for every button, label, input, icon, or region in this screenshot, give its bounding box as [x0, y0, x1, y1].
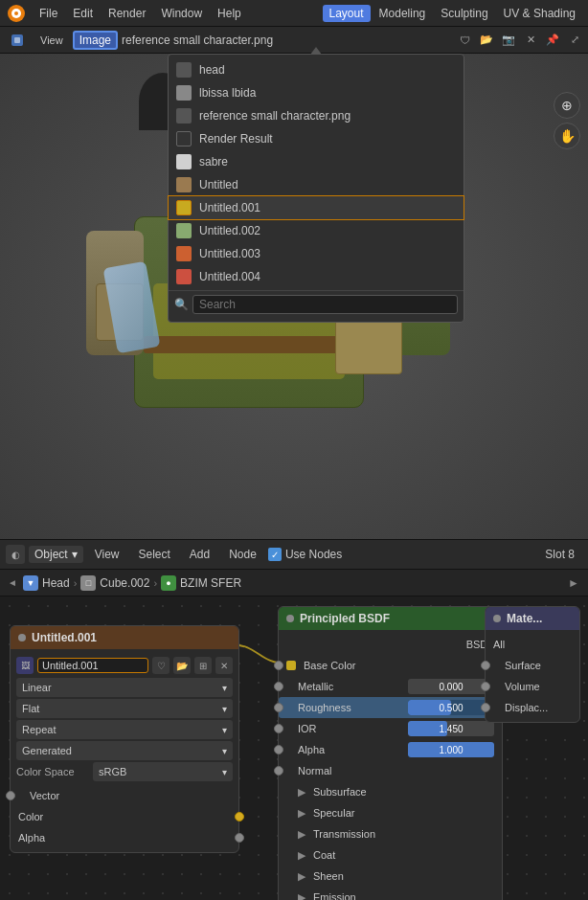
material-surface-row: Surface [486, 655, 579, 676]
bsdf-roughness-value-bar[interactable]: 0.500 [408, 700, 494, 715]
bsdf-coat-row[interactable]: ▶ Coat [279, 844, 502, 866]
node-view-btn[interactable]: View [87, 546, 127, 563]
texture-vector-row: Vector [11, 785, 238, 806]
bsdf-sheen-label: Sheen [313, 870, 494, 882]
dropdown-item-untitled002[interactable]: Untitled.002 [169, 219, 464, 242]
use-nodes-checkbox[interactable]: ✓ Use Nodes [268, 548, 342, 561]
texture-interpolation-label: Linear [22, 682, 52, 693]
slot-label: Slot 8 [537, 546, 582, 563]
bsdf-base-color-label: Base Color [304, 660, 494, 671]
node-select-btn[interactable]: Select [130, 546, 177, 563]
close-icon[interactable]: ✕ [521, 31, 540, 50]
node-canvas[interactable]: Untitled.001 🖼 Untitled.001 ♡ 📂 ⊞ ✕ Line… [0, 596, 588, 900]
dropdown-item-untitled003[interactable]: Untitled.003 [169, 242, 464, 265]
subsurface-expand-icon: ▶ [298, 786, 305, 799]
specular-expand-icon: ▶ [298, 807, 305, 820]
breadcrumb-arrow2: › [153, 577, 157, 589]
pan-nav-btn[interactable]: ✋ [554, 123, 580, 149]
texture-source-label: Generated [22, 745, 72, 756]
open-icon[interactable]: 📂 [477, 31, 496, 50]
dropdown-item-untitled004[interactable]: Untitled.004 [169, 265, 464, 288]
source-chevron: ▾ [222, 746, 227, 756]
search-icon: 🔍 [174, 298, 189, 311]
menu-help[interactable]: Help [211, 5, 248, 22]
dropdown-item-untitled001[interactable]: Untitled.001 [169, 196, 464, 219]
svg-point-2 [14, 11, 18, 15]
material-all-row: All [486, 634, 579, 655]
bsdf-subsurface-row[interactable]: ▶ Subsurface [279, 781, 502, 802]
bsdf-sheen-row[interactable]: ▶ Sheen [279, 866, 502, 887]
dropdown-item-render[interactable]: Render Result [169, 127, 464, 150]
menu-window[interactable]: Window [154, 5, 209, 22]
bsdf-transmission-row[interactable]: ▶ Transmission [279, 823, 502, 844]
bsdf-ior-value-bar[interactable]: 1.450 [408, 721, 494, 736]
viewport-icons: 🛡 📂 📷 ✕ 📌 ⤢ [455, 31, 584, 50]
material-node-dot [493, 615, 501, 622]
material-surface-socket [481, 661, 490, 670]
zoom-nav-btn[interactable]: ⊕ [554, 92, 580, 119]
tab-layout[interactable]: Layout [323, 5, 371, 22]
viewport-editor-icon[interactable] [4, 31, 31, 50]
material-displace-row: Displac... [486, 697, 579, 718]
texture-interpolation-dropdown[interactable]: Linear ▾ [16, 678, 233, 697]
color-space-value: sRGB [99, 766, 126, 777]
pin-icon[interactable]: 📌 [543, 31, 562, 50]
object-label: Object [34, 548, 68, 561]
viewport-view-btn[interactable]: View [34, 33, 69, 48]
color-space-label: Color Space [16, 766, 93, 777]
bsdf-specular-label: Specular [313, 807, 494, 819]
texture-unlink-btn[interactable]: ✕ [215, 657, 233, 674]
texture-filename[interactable]: Untitled.001 [37, 658, 148, 673]
object-dropdown[interactable]: Object ▾ [29, 546, 83, 563]
tab-modeling[interactable]: Modeling [373, 5, 433, 22]
bsdf-specular-row[interactable]: ▶ Specular [279, 802, 502, 823]
texture-source-dropdown[interactable]: Generated ▾ [16, 741, 233, 760]
tab-uv-shading[interactable]: UV & Shading [497, 5, 582, 22]
collapse-icon[interactable]: ◄ [6, 576, 19, 590]
color-space-dropdown[interactable]: sRGB ▾ [93, 762, 233, 781]
bsdf-emission-row[interactable]: ▶ Emission [279, 887, 502, 900]
viewport-image-btn[interactable]: Image [73, 31, 118, 50]
texture-node-dot [18, 634, 26, 641]
expand-right-icon[interactable]: ► [565, 574, 582, 592]
dropdown-item-untitled[interactable]: Untitled [169, 173, 464, 196]
texture-projection-dropdown[interactable]: Flat ▾ [16, 699, 233, 718]
bsdf-alpha-value: 1.000 [412, 745, 490, 755]
bsdf-normal-socket [274, 766, 283, 776]
texture-extension-dropdown[interactable]: Repeat ▾ [16, 720, 233, 739]
breadcrumb-head: Head [42, 576, 70, 590]
dropdown-item-head[interactable]: head [169, 58, 464, 81]
tab-sculpting[interactable]: Sculpting [434, 5, 494, 22]
bsdf-alpha-row: Alpha 1.000 [279, 739, 502, 760]
texture-open-btn[interactable]: 📂 [173, 657, 191, 674]
menu-file[interactable]: File [33, 5, 64, 22]
node-node-btn[interactable]: Node [221, 546, 264, 563]
transmission-expand-icon: ▶ [298, 828, 305, 841]
projection-chevron: ▾ [222, 704, 227, 714]
expand-icon[interactable]: ⤢ [565, 31, 584, 50]
breadcrumb-arrow1: › [74, 577, 78, 589]
dropdown-search-input[interactable] [192, 295, 458, 314]
menu-render[interactable]: Render [102, 5, 152, 22]
dropdown-item-reference[interactable]: reference small character.png [169, 104, 464, 127]
extension-chevron: ▾ [222, 725, 227, 735]
texture-fav-btn[interactable]: ♡ [152, 657, 170, 674]
camera-icon[interactable]: 📷 [499, 31, 518, 50]
texture-copy-btn[interactable]: ⊞ [194, 657, 212, 674]
breadcrumb-material-icon: ● [161, 575, 176, 591]
bsdf-metallic-value-bar[interactable]: 0.000 [408, 679, 494, 694]
bsdf-alpha-value-bar[interactable]: 1.000 [408, 742, 494, 757]
node-add-btn[interactable]: Add [182, 546, 217, 563]
bsdf-output-row: BSDF [279, 634, 502, 655]
shield-icon[interactable]: 🛡 [455, 31, 474, 50]
texture-file-icon: 🖼 [16, 657, 34, 674]
dropdown-item-sabre[interactable]: sabre [169, 150, 464, 173]
material-node-body: All Surface Volume Displac... [486, 630, 579, 722]
menu-edit[interactable]: Edit [66, 5, 100, 22]
bsdf-roughness-socket [274, 703, 283, 712]
node-editor-icon[interactable]: ◐ [6, 545, 25, 564]
bsdf-metallic-row: Metallic 0.000 [279, 676, 502, 697]
breadcrumb-cube-label: Cube.002 [100, 576, 149, 590]
texture-node-header: Untitled.001 [11, 626, 238, 649]
dropdown-item-ibissa[interactable]: lbissa lbida [169, 81, 464, 104]
